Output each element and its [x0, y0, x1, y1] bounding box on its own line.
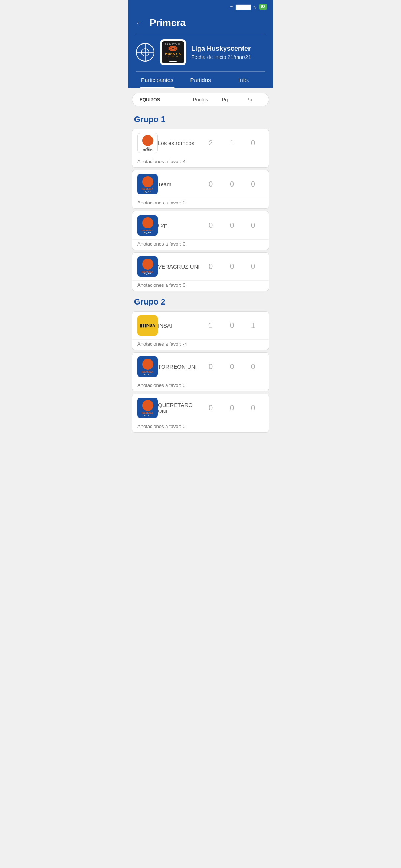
signal-icon: ▇▇▇▇: [236, 4, 251, 10]
col-pp: Pp: [237, 97, 261, 102]
status-icons: ⚭ ▇▇▇▇ ∿ 82: [229, 4, 267, 10]
team-name: Team: [158, 181, 200, 187]
team-card-team: IWANNA PLAY Team 0 0 0 Anotaciones a fav…: [132, 170, 269, 209]
team-logo-iwanna-team: IWANNA PLAY: [137, 174, 158, 194]
table-header: EQUIPOS Puntos Pg Pp: [132, 93, 269, 106]
team-points: 1: [200, 321, 221, 330]
team-pp: 1: [242, 321, 264, 330]
wifi-icon: ∿: [253, 4, 257, 10]
team-card-torreon: IWANNA PLAY TORREON UNI 0 0 0 Anotacione…: [132, 352, 269, 391]
team-logo-insai: ▮▮▮NSA: [137, 315, 158, 336]
tab-participantes[interactable]: Participantes: [136, 72, 179, 88]
col-points: Puntos: [188, 97, 213, 102]
team-card-queretaro: IWANNA PLAY QUERETARO UNI 0 0 0 Anotacio…: [132, 394, 269, 433]
team-name: VERACRUZ UNI: [158, 263, 200, 270]
team-logo-iwanna-queretaro: IWANNA PLAY: [137, 398, 158, 418]
team-logo-iwanna-ggt: IWANNA PLAY: [137, 215, 158, 236]
main-content: EQUIPOS Puntos Pg Pp Grupo 1 LOSSTROMBO …: [128, 93, 273, 442]
team-pg: 0: [221, 404, 242, 412]
team-points: 0: [200, 221, 221, 230]
group-2-title: Grupo 2: [128, 293, 273, 309]
team-pg: 0: [221, 362, 242, 371]
status-bar: ⚭ ▇▇▇▇ ∿ 82: [128, 0, 273, 13]
team-anotaciones: Anotaciones a favor: 4: [132, 157, 269, 167]
league-logo: BASKETBALL HUSKY'S CENTER: [160, 39, 186, 65]
battery-indicator: 82: [259, 4, 267, 10]
team-pp: 0: [242, 404, 264, 412]
team-anotaciones: Anotaciones a favor: 0: [132, 280, 269, 291]
team-pg: 0: [221, 321, 242, 330]
league-text-block: Liga Huskyscenter Fecha de inicio 21/mar…: [191, 45, 251, 60]
team-pg: 1: [221, 139, 242, 147]
main-tabs: Participantes Partidos Info.: [136, 71, 265, 88]
team-logo-iwanna-veracruz: IWANNA PLAY: [137, 256, 158, 277]
col-team: EQUIPOS: [140, 97, 188, 102]
team-anotaciones: Anotaciones a favor: 0: [132, 239, 269, 250]
team-name: Los estrombos: [158, 140, 200, 146]
team-points: 0: [200, 362, 221, 371]
team-name: QUERETARO UNI: [158, 402, 200, 414]
app-header: ← Primera BASKETBALL HUSKY'S CENTER: [128, 13, 273, 88]
col-pg: Pg: [213, 97, 237, 102]
league-name: Liga Huskyscenter: [191, 45, 251, 53]
team-logo-iwanna-torreon: IWANNA PLAY: [137, 356, 158, 377]
page-title: Primera: [150, 17, 186, 29]
team-card-los-estrombos: LOSSTROMBO Los estrombos 2 1 0 Anotacion…: [132, 129, 269, 168]
team-pp: 0: [242, 262, 264, 271]
team-anotaciones: Anotaciones a favor: 0: [132, 422, 269, 432]
back-button[interactable]: ←: [136, 18, 144, 28]
team-pp: 0: [242, 139, 264, 147]
team-pg: 0: [221, 221, 242, 230]
team-name: Ggt: [158, 222, 200, 228]
tab-info[interactable]: Info.: [222, 72, 265, 88]
team-anotaciones: Anotaciones a favor: -4: [132, 339, 269, 350]
team-card-insai: ▮▮▮NSA INSAI 1 0 1 Anotaciones a favor: …: [132, 311, 269, 350]
team-card-veracruz: IWANNA PLAY VERACRUZ UNI 0 0 0 Anotacion…: [132, 252, 269, 291]
team-pp: 0: [242, 362, 264, 371]
team-points: 0: [200, 262, 221, 271]
team-points: 2: [200, 139, 221, 147]
bluetooth-icon: ⚭: [229, 4, 234, 10]
tab-partidos[interactable]: Partidos: [179, 72, 222, 88]
league-info: BASKETBALL HUSKY'S CENTER Liga Huskyscen…: [136, 39, 265, 71]
team-anotaciones: Anotaciones a favor: 0: [132, 198, 269, 208]
team-logo-strombo: LOSSTROMBO: [137, 133, 158, 153]
team-name: TORREON UNI: [158, 364, 200, 370]
team-pp: 0: [242, 221, 264, 230]
team-name: INSAI: [158, 322, 200, 329]
team-anotaciones: Anotaciones a favor: 0: [132, 381, 269, 391]
team-points: 0: [200, 404, 221, 412]
team-pp: 0: [242, 180, 264, 188]
team-pg: 0: [221, 180, 242, 188]
basketball-icon: [136, 43, 155, 62]
team-pg: 0: [221, 262, 242, 271]
team-points: 0: [200, 180, 221, 188]
team-card-ggt: IWANNA PLAY Ggt 0 0 0 Anotaciones a favo…: [132, 211, 269, 250]
league-date: Fecha de inicio 21/mar/21: [191, 54, 251, 60]
group-1-title: Grupo 1: [128, 111, 273, 126]
